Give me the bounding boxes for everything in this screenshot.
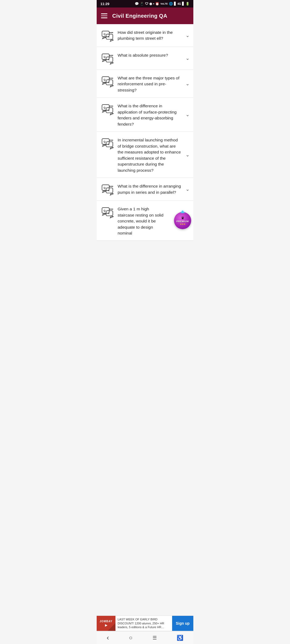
question-text: What are the three major types of reinfo… [118, 74, 190, 93]
toolbar: Civil Engineering QA [97, 8, 193, 24]
svg-text:Q: Q [104, 106, 106, 109]
page-title: Civil Engineering QA [112, 13, 167, 19]
svg-point-43 [111, 140, 112, 141]
svg-marker-2 [103, 37, 106, 39]
svg-point-8 [112, 32, 113, 33]
svg-point-60 [110, 209, 111, 210]
chevron-down-icon: ⌄ [186, 33, 190, 38]
svg-text:Q: Q [104, 186, 106, 189]
volte-icon: VoLTE [160, 2, 168, 5]
svg-point-51 [110, 186, 111, 187]
wifi-icon: 🌐 [169, 2, 173, 6]
svg-point-42 [110, 140, 111, 141]
time: 11:29 [100, 2, 109, 6]
chevron-down-icon: ⌄ [186, 112, 190, 117]
battery-icon: 🔋 [186, 2, 190, 6]
crown-icon: ♛ [181, 216, 184, 220]
list-item[interactable]: Q A How did street originate in the plum… [97, 24, 193, 47]
list-item[interactable]: Q A What is the difference in applicatio… [97, 98, 193, 132]
shield-icon: 🛡 [145, 2, 148, 6]
qa-icon: Q A [100, 182, 114, 196]
question-text: What is the difference in arranging pump… [118, 182, 190, 195]
svg-text:Q: Q [104, 140, 106, 143]
qa-icon: Q A [100, 28, 114, 42]
dot-icon: • [153, 2, 154, 6]
chat-icon: 💬 [135, 2, 139, 6]
list-item[interactable]: Q A What is absolute pressure? ⌄ [97, 47, 193, 70]
svg-point-16 [111, 55, 112, 56]
signal-icon: ▋ [174, 2, 176, 6]
qa-list: Q A How did street originate in the plum… [97, 24, 193, 241]
qa-icon: Q A [100, 51, 114, 65]
premium-label: PREMIUM [176, 220, 189, 223]
svg-point-24 [110, 78, 111, 79]
svg-marker-50 [110, 193, 114, 195]
svg-marker-29 [103, 110, 106, 112]
svg-marker-20 [103, 82, 106, 85]
question-text: What is absolute pressure? [118, 51, 190, 58]
svg-point-34 [111, 106, 112, 107]
alarm-icon: ⏰ [155, 2, 159, 6]
qa-icon: Q A [100, 136, 114, 150]
svg-point-15 [110, 55, 111, 56]
qa-icon: Q A [100, 102, 114, 116]
list-item[interactable]: Q A What are the three major types of re… [97, 70, 193, 98]
svg-marker-32 [110, 113, 114, 115]
question-text: What is the difference in application of… [118, 102, 190, 127]
chevron-down-icon: ⌄ [186, 152, 190, 157]
svg-text:A: A [108, 212, 110, 215]
svg-marker-5 [110, 39, 114, 41]
svg-point-6 [110, 32, 111, 33]
stars-icon: ★★★ [180, 223, 186, 225]
status-bar: 11:29 💬 📱 🛡 ◉ • ⏰ VoLTE 🌐 ▋ 4G ▋ 🔋 [97, 0, 193, 8]
svg-marker-14 [110, 62, 114, 64]
svg-text:A: A [108, 35, 110, 38]
svg-marker-41 [110, 147, 114, 149]
whatsapp-icon: 📱 [140, 2, 144, 6]
svg-marker-11 [103, 60, 106, 62]
svg-point-7 [111, 32, 112, 33]
chevron-down-icon: ⌄ [186, 187, 190, 192]
svg-marker-56 [103, 213, 106, 215]
list-item[interactable]: Q A In incremental launching method of b… [97, 132, 193, 178]
question-text: In incremental launching method of bridg… [118, 136, 190, 173]
status-icons: 💬 📱 🛡 ◉ • ⏰ VoLTE 🌐 ▋ 4G ▋ 🔋 [135, 2, 190, 6]
list-item[interactable]: Q A Given a 1 m high staircase resting o… [97, 201, 193, 241]
svg-point-35 [112, 106, 113, 107]
svg-text:Q: Q [104, 55, 106, 58]
svg-marker-59 [110, 216, 114, 218]
premium-badge[interactable]: ♛ PREMIUM ★★★ [174, 212, 191, 229]
svg-point-52 [111, 186, 112, 187]
svg-marker-47 [103, 191, 106, 193]
svg-text:A: A [108, 58, 110, 61]
menu-button[interactable] [101, 13, 107, 18]
svg-point-17 [112, 55, 113, 56]
svg-marker-38 [103, 144, 106, 147]
svg-text:A: A [108, 81, 110, 84]
svg-text:A: A [108, 109, 110, 112]
svg-point-44 [112, 140, 113, 141]
svg-text:A: A [108, 143, 110, 146]
svg-point-26 [112, 78, 113, 79]
svg-point-62 [112, 209, 113, 210]
svg-point-25 [111, 78, 112, 79]
svg-text:Q: Q [104, 32, 106, 35]
question-text: How did street originate in the plumbing… [118, 28, 190, 42]
svg-marker-23 [110, 85, 114, 87]
qa-icon: Q A [100, 205, 114, 219]
4g-icon: 4G [177, 2, 181, 5]
qa-icon: Q A [100, 74, 114, 88]
svg-point-33 [110, 106, 111, 107]
chevron-down-icon: ⌄ [186, 81, 190, 86]
svg-text:Q: Q [104, 78, 106, 81]
svg-text:Q: Q [104, 209, 106, 212]
chevron-down-icon: ⌄ [186, 56, 190, 61]
list-item[interactable]: Q A What is the difference in arranging … [97, 178, 193, 201]
svg-point-61 [111, 209, 112, 210]
vpn-icon: ◉ [149, 2, 152, 6]
svg-point-53 [112, 186, 113, 187]
question-text: Given a 1 m high staircase resting on so… [118, 205, 172, 236]
signal2-icon: ▋ [182, 2, 184, 6]
svg-text:A: A [108, 189, 110, 192]
